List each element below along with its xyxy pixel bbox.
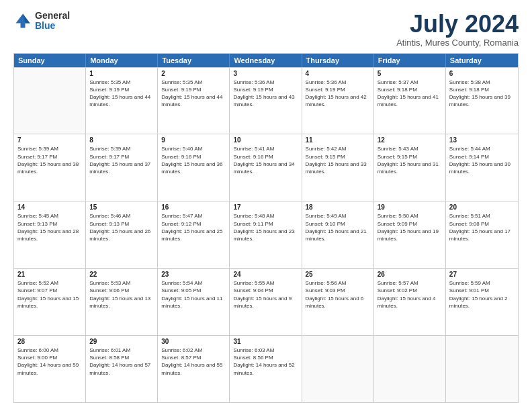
calendar-cell (14, 68, 86, 134)
day-number: 12 (378, 136, 442, 144)
calendar-cell: 20Sunrise: 5:51 AMSunset: 9:08 PMDayligh… (446, 201, 518, 268)
calendar-cell: 25Sunrise: 5:56 AMSunset: 9:03 PMDayligh… (302, 269, 374, 335)
weekday-header: Friday (374, 54, 446, 67)
day-info: Sunrise: 5:35 AMSunset: 9:19 PMDaylight:… (89, 79, 154, 109)
day-number: 7 (17, 136, 82, 144)
day-info: Sunrise: 6:03 AMSunset: 8:56 PMDaylight:… (233, 347, 298, 377)
calendar-cell: 30Sunrise: 6:02 AMSunset: 8:57 PMDayligh… (158, 336, 230, 402)
logo-icon (13, 11, 32, 30)
day-info: Sunrise: 6:02 AMSunset: 8:57 PMDaylight:… (161, 347, 226, 377)
calendar-row: 21Sunrise: 5:52 AMSunset: 9:07 PMDayligh… (14, 268, 518, 335)
calendar-cell (374, 336, 446, 402)
calendar-cell: 27Sunrise: 5:59 AMSunset: 9:01 PMDayligh… (446, 269, 518, 335)
page: General Blue July 2024 Atintis, Mures Co… (0, 0, 532, 411)
day-info: Sunrise: 5:39 AMSunset: 9:17 PMDaylight:… (89, 145, 154, 175)
day-number: 22 (89, 271, 154, 278)
header: General Blue July 2024 Atintis, Mures Co… (13, 11, 519, 48)
weekday-header: Thursday (302, 54, 374, 67)
calendar-cell: 31Sunrise: 6:03 AMSunset: 8:56 PMDayligh… (230, 336, 302, 402)
calendar-cell: 2Sunrise: 5:35 AMSunset: 9:19 PMDaylight… (158, 68, 230, 134)
day-info: Sunrise: 5:39 AMSunset: 9:17 PMDaylight:… (17, 145, 82, 175)
day-number: 18 (306, 203, 370, 211)
day-info: Sunrise: 5:37 AMSunset: 9:18 PMDaylight:… (378, 79, 442, 109)
calendar-cell: 17Sunrise: 5:48 AMSunset: 9:11 PMDayligh… (230, 201, 302, 268)
calendar-cell: 10Sunrise: 5:41 AMSunset: 9:16 PMDayligh… (230, 134, 302, 201)
weekday-header: Monday (86, 54, 158, 67)
calendar-cell: 12Sunrise: 5:43 AMSunset: 9:15 PMDayligh… (374, 134, 446, 201)
logo-blue: Blue (35, 21, 70, 31)
location-subtitle: Atintis, Mures County, Romania (396, 38, 519, 48)
weekday-header: Tuesday (158, 54, 230, 67)
day-number: 25 (306, 271, 370, 278)
calendar-cell: 29Sunrise: 6:01 AMSunset: 8:58 PMDayligh… (86, 336, 158, 402)
calendar-cell: 6Sunrise: 5:38 AMSunset: 9:18 PMDaylight… (446, 68, 518, 134)
day-info: Sunrise: 5:51 AMSunset: 9:08 PMDaylight:… (449, 212, 515, 242)
calendar-row: 28Sunrise: 6:00 AMSunset: 9:00 PMDayligh… (14, 335, 518, 402)
calendar-cell (446, 336, 518, 402)
calendar-cell: 21Sunrise: 5:52 AMSunset: 9:07 PMDayligh… (14, 269, 86, 335)
day-number: 21 (17, 271, 82, 278)
weekday-header: Sunday (14, 54, 86, 67)
day-number: 31 (233, 338, 298, 345)
day-info: Sunrise: 5:36 AMSunset: 9:19 PMDaylight:… (306, 79, 370, 109)
day-number: 13 (449, 136, 515, 144)
calendar-cell: 5Sunrise: 5:37 AMSunset: 9:18 PMDaylight… (374, 68, 446, 134)
day-number: 29 (89, 338, 154, 345)
day-number: 9 (161, 136, 226, 144)
day-number: 11 (306, 136, 370, 144)
day-info: Sunrise: 5:46 AMSunset: 9:13 PMDaylight:… (89, 212, 154, 242)
day-number: 14 (17, 203, 82, 211)
day-number: 26 (378, 271, 442, 278)
day-info: Sunrise: 5:41 AMSunset: 9:16 PMDaylight:… (233, 145, 298, 175)
weekday-header: Wednesday (230, 54, 302, 67)
calendar-cell: 18Sunrise: 5:49 AMSunset: 9:10 PMDayligh… (302, 201, 374, 268)
month-title: July 2024 (396, 11, 519, 38)
day-number: 10 (233, 136, 298, 144)
day-info: Sunrise: 5:59 AMSunset: 9:01 PMDaylight:… (449, 279, 515, 310)
logo-text: General Blue (35, 11, 70, 32)
calendar-body: 1Sunrise: 5:35 AMSunset: 9:19 PMDaylight… (14, 67, 518, 402)
day-info: Sunrise: 5:52 AMSunset: 9:07 PMDaylight:… (17, 279, 82, 310)
calendar-cell: 13Sunrise: 5:44 AMSunset: 9:14 PMDayligh… (446, 134, 518, 201)
day-info: Sunrise: 5:44 AMSunset: 9:14 PMDaylight:… (449, 145, 515, 175)
day-number: 28 (17, 338, 82, 345)
day-number: 2 (161, 70, 226, 77)
day-number: 19 (378, 203, 442, 211)
calendar-cell: 9Sunrise: 5:40 AMSunset: 9:16 PMDaylight… (158, 134, 230, 201)
logo: General Blue (13, 11, 70, 32)
day-number: 4 (306, 70, 370, 77)
day-number: 5 (378, 70, 442, 77)
calendar-cell: 14Sunrise: 5:45 AMSunset: 9:13 PMDayligh… (14, 201, 86, 268)
day-number: 23 (161, 271, 226, 278)
day-info: Sunrise: 5:56 AMSunset: 9:03 PMDaylight:… (306, 279, 370, 310)
day-info: Sunrise: 5:43 AMSunset: 9:15 PMDaylight:… (378, 145, 442, 175)
day-info: Sunrise: 6:00 AMSunset: 9:00 PMDaylight:… (17, 347, 82, 377)
calendar-cell: 3Sunrise: 5:36 AMSunset: 9:19 PMDaylight… (230, 68, 302, 134)
logo-general: General (35, 11, 70, 21)
day-info: Sunrise: 5:54 AMSunset: 9:05 PMDaylight:… (161, 279, 226, 310)
calendar-cell: 23Sunrise: 5:54 AMSunset: 9:05 PMDayligh… (158, 269, 230, 335)
day-number: 27 (449, 271, 515, 278)
day-info: Sunrise: 5:55 AMSunset: 9:04 PMDaylight:… (233, 279, 298, 310)
calendar-cell: 22Sunrise: 5:53 AMSunset: 9:06 PMDayligh… (86, 269, 158, 335)
calendar-cell: 11Sunrise: 5:42 AMSunset: 9:15 PMDayligh… (302, 134, 374, 201)
day-info: Sunrise: 5:57 AMSunset: 9:02 PMDaylight:… (378, 279, 442, 310)
day-info: Sunrise: 5:50 AMSunset: 9:09 PMDaylight:… (378, 212, 442, 242)
calendar-cell: 15Sunrise: 5:46 AMSunset: 9:13 PMDayligh… (86, 201, 158, 268)
day-info: Sunrise: 5:49 AMSunset: 9:10 PMDaylight:… (306, 212, 370, 242)
day-number: 1 (89, 70, 154, 77)
day-number: 3 (233, 70, 298, 77)
day-number: 17 (233, 203, 298, 211)
day-number: 16 (161, 203, 226, 211)
day-info: Sunrise: 5:53 AMSunset: 9:06 PMDaylight:… (89, 279, 154, 310)
day-number: 8 (89, 136, 154, 144)
calendar-cell: 4Sunrise: 5:36 AMSunset: 9:19 PMDaylight… (302, 68, 374, 134)
day-info: Sunrise: 5:40 AMSunset: 9:16 PMDaylight:… (161, 145, 226, 175)
day-number: 15 (89, 203, 154, 211)
day-info: Sunrise: 5:42 AMSunset: 9:15 PMDaylight:… (306, 145, 370, 175)
day-number: 6 (449, 70, 515, 77)
calendar-cell: 26Sunrise: 5:57 AMSunset: 9:02 PMDayligh… (374, 269, 446, 335)
day-number: 20 (449, 203, 515, 211)
calendar-row: 1Sunrise: 5:35 AMSunset: 9:19 PMDaylight… (14, 67, 518, 134)
day-info: Sunrise: 6:01 AMSunset: 8:58 PMDaylight:… (89, 347, 154, 377)
